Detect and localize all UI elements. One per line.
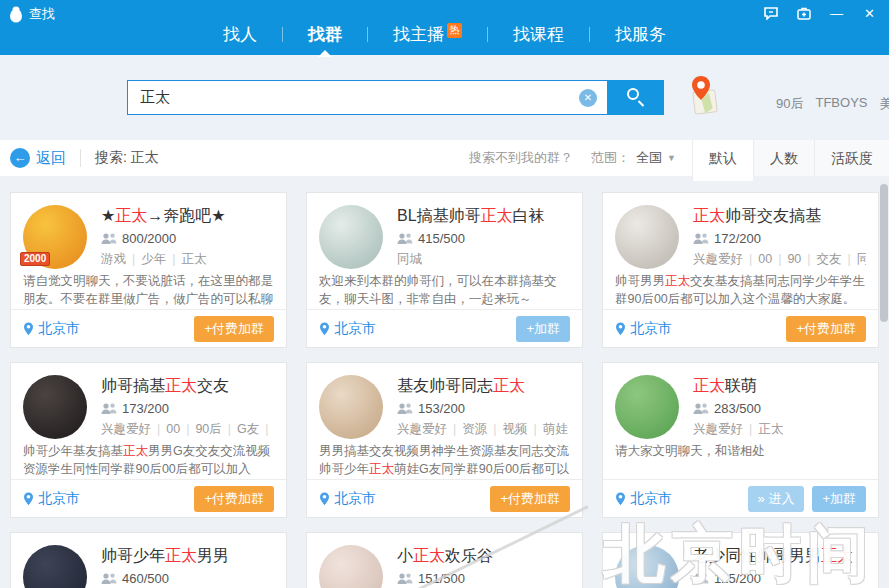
sort-tab[interactable]: 默认	[692, 140, 753, 181]
card-buttons: +付费加群	[786, 316, 866, 342]
group-tag: 兴趣爱好	[693, 422, 743, 436]
group-avatar[interactable]	[615, 375, 679, 439]
group-tag: 兴趣爱好	[397, 422, 447, 436]
tab-find-service[interactable]: 找服务	[615, 23, 666, 46]
members-icon	[693, 573, 709, 585]
text-segment: BL搞基帅哥	[397, 207, 481, 224]
pay-join-button[interactable]: +付费加群	[786, 316, 866, 342]
pay-join-button[interactable]: +付费加群	[490, 486, 570, 512]
group-location[interactable]: 北京市	[319, 490, 376, 508]
member-count: 460/500	[122, 571, 169, 586]
group-tag: 90	[787, 252, 801, 266]
back-button[interactable]: ← 返回	[10, 148, 66, 168]
join-button[interactable]: +加群	[812, 486, 866, 512]
hot-word-link[interactable]: 美食	[879, 95, 889, 113]
sort-tab[interactable]: 人数	[753, 140, 814, 176]
tag-separator: |	[228, 422, 231, 436]
location-pin-icon	[615, 492, 626, 506]
group-location[interactable]: 北京市	[23, 490, 80, 508]
qq-penguin-icon	[9, 6, 23, 23]
pay-join-button[interactable]: +付费加群	[194, 486, 274, 512]
scope-select[interactable]: 全国	[636, 149, 662, 167]
group-tag: 萌娃	[543, 422, 568, 436]
group-avatar[interactable]	[23, 545, 87, 588]
group-title[interactable]: 正太联萌	[693, 375, 866, 396]
enter-button[interactable]: » 进入	[748, 486, 805, 512]
nearby-map-pin-icon[interactable]	[688, 75, 720, 117]
minimize-button[interactable]: —	[829, 6, 844, 21]
tab-find-group[interactable]: 找群	[308, 23, 342, 46]
highlighted-keyword: 正太	[821, 547, 853, 564]
group-avatar[interactable]	[319, 375, 383, 439]
member-count: 415/500	[418, 231, 465, 246]
member-count: 283/500	[714, 401, 761, 416]
cant-find-group-link[interactable]: 搜索不到我的群？	[469, 149, 573, 167]
close-button[interactable]: ✕	[862, 6, 877, 21]
text-segment: 请大家文明聊天，和谐相处	[615, 444, 765, 458]
text-segment: 帅哥搞基	[101, 377, 165, 394]
nav-separator	[487, 27, 488, 42]
hot-word-link[interactable]: TFBOYS	[815, 95, 867, 113]
member-count: 800/2000	[122, 231, 176, 246]
text-segment: 男男	[197, 547, 229, 564]
highlighted-keyword: 正太	[693, 207, 725, 224]
group-tag: 兴趣爱好	[101, 422, 151, 436]
toolbar-divider	[80, 149, 81, 167]
group-title[interactable]: 正太帅哥交友搞基	[693, 205, 866, 226]
group-title[interactable]: 帅哥少年正太男男	[101, 545, 274, 566]
feedback-bubble-icon[interactable]	[763, 6, 778, 21]
pay-join-button[interactable]: +付费加群	[194, 316, 274, 342]
hot-word-link[interactable]: 90后	[776, 95, 803, 113]
members-icon	[397, 573, 413, 585]
text-segment: 帅哥男男	[615, 274, 665, 288]
text-segment: 交友	[197, 377, 229, 394]
members-icon	[101, 233, 117, 245]
group-location[interactable]: 北京市	[615, 490, 672, 508]
group-tags: 同城	[397, 251, 570, 268]
clear-search-icon[interactable]: ✕	[579, 89, 597, 107]
members-icon	[101, 403, 117, 415]
group-avatar[interactable]	[319, 205, 383, 269]
group-title[interactable]: 基友帅哥同志正太	[397, 375, 570, 396]
group-tags: 兴趣爱好|正太	[693, 421, 866, 438]
tab-find-course[interactable]: 找课程	[513, 23, 564, 46]
highlighted-keyword: 正太	[665, 274, 690, 288]
join-button[interactable]: +加群	[516, 316, 570, 342]
tag-separator: |	[132, 252, 135, 266]
group-title[interactable]: ★正太→奔跑吧★	[101, 205, 274, 226]
group-card: 2000 ★正太→奔跑吧★ 800/2000 游戏|少年|正太 请自觉文明聊天，…	[10, 192, 287, 348]
group-description: 帅哥少年基友搞基正太男男G友交友交流视频资源学生同性同学群90后00后都可以加入	[23, 442, 274, 478]
tag-separator: |	[157, 422, 160, 436]
group-card: 老少同性帅哥男男正太 125/200 北京市	[602, 532, 879, 588]
magnifier-icon	[627, 88, 639, 100]
group-title[interactable]: 小正太欢乐谷	[397, 545, 570, 566]
group-title[interactable]: 帅哥搞基正太交友	[101, 375, 274, 396]
group-avatar[interactable]	[615, 205, 679, 269]
tab-find-anchor[interactable]: 找主播热	[393, 23, 462, 46]
group-location[interactable]: 北京市	[615, 320, 672, 338]
member-count: 173/200	[122, 401, 169, 416]
search-input[interactable]	[127, 80, 607, 115]
group-title[interactable]: 老少同性帅哥男男正太	[693, 545, 866, 566]
tab-find-people[interactable]: 找人	[223, 23, 257, 46]
group-tag: 交友	[817, 252, 842, 266]
group-location[interactable]: 北京市	[23, 320, 80, 338]
group-description: 男男搞基交友视频男神学生资源基友同志交流帅哥少年正太萌娃G友同学群90后00后都…	[319, 442, 570, 478]
search-button[interactable]	[607, 80, 664, 115]
members-icon	[101, 573, 117, 585]
group-avatar[interactable]: 2000	[23, 205, 87, 269]
sort-tab[interactable]: 活跃度	[814, 140, 889, 176]
highlighted-keyword: 正太	[481, 207, 513, 224]
group-avatar[interactable]	[23, 375, 87, 439]
highlighted-keyword: 正太	[413, 547, 445, 564]
group-avatar[interactable]	[615, 545, 679, 588]
highlighted-keyword: 正太	[165, 377, 197, 394]
group-avatar[interactable]	[319, 545, 383, 588]
text-segment: 白袜	[513, 207, 545, 224]
group-tag: 资源	[462, 422, 487, 436]
group-title[interactable]: BL搞基帅哥正太白袜	[397, 205, 570, 226]
toolbox-add-icon[interactable]	[796, 6, 811, 21]
chevron-down-icon[interactable]: ▼	[667, 153, 676, 163]
scrollbar-thumb[interactable]	[880, 184, 888, 322]
group-location[interactable]: 北京市	[319, 320, 376, 338]
